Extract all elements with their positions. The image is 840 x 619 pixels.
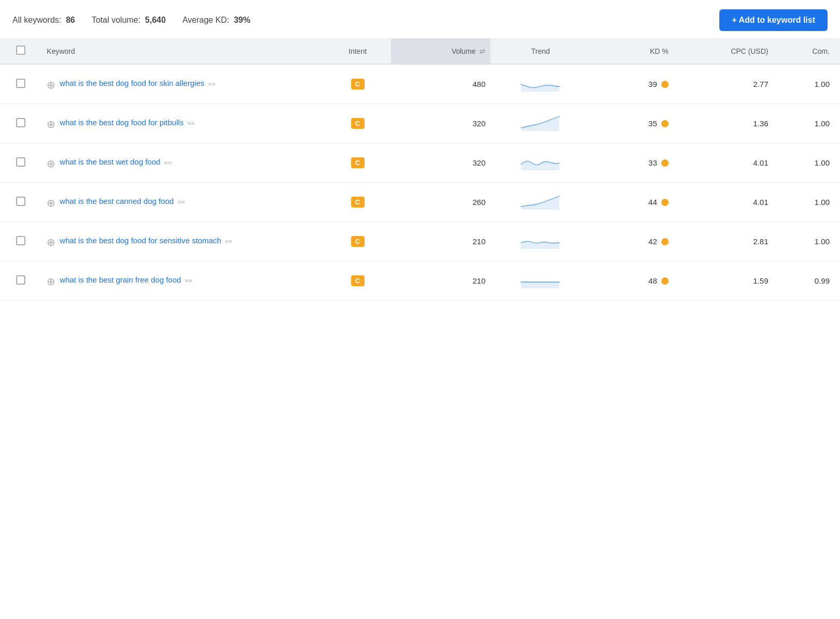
table-row: ⊕ what is the best wet dog food »» C 320… bbox=[0, 143, 840, 183]
row-com-cell: 1.00 bbox=[773, 104, 840, 143]
kd-dot-4 bbox=[661, 199, 669, 206]
row-cpc-cell: 1.59 bbox=[674, 261, 774, 301]
keyword-link-6[interactable]: what is the best grain free dog food »» bbox=[60, 274, 192, 285]
table-row: ⊕ what is the best canned dog food »» C … bbox=[0, 183, 840, 222]
row-com-cell: 0.99 bbox=[773, 261, 840, 301]
kd-dot-6 bbox=[661, 277, 669, 285]
row-cpc-cell: 4.01 bbox=[674, 143, 774, 183]
row-kd-cell: 39 bbox=[590, 64, 674, 104]
row-checkbox-5[interactable] bbox=[16, 236, 25, 245]
row-com-cell: 1.00 bbox=[773, 222, 840, 261]
intent-badge-3: C bbox=[351, 157, 365, 168]
header-trend: Trend bbox=[490, 38, 590, 64]
volume-sort-icon: ⇄ bbox=[480, 48, 485, 55]
keyword-link-4[interactable]: what is the best canned dog food »» bbox=[60, 196, 185, 207]
volume-label: Volume bbox=[452, 47, 476, 55]
kd-dot-5 bbox=[661, 238, 669, 245]
total-volume-value: 5,640 bbox=[145, 16, 166, 24]
row-checkbox-2[interactable] bbox=[16, 118, 25, 127]
chevron-double-icon: »» bbox=[185, 276, 192, 284]
top-bar: All keywords: 86 Total volume: 5,640 Ave… bbox=[0, 0, 840, 38]
intent-badge-6: C bbox=[351, 275, 365, 286]
table-body: ⊕ what is the best dog food for skin all… bbox=[0, 64, 840, 301]
row-cpc-cell: 1.36 bbox=[674, 104, 774, 143]
header-intent: Intent bbox=[324, 38, 390, 64]
header-cpc: CPC (USD) bbox=[674, 38, 774, 64]
intent-badge-4: C bbox=[351, 197, 365, 208]
row-volume-cell: 210 bbox=[391, 261, 491, 301]
row-volume-cell: 210 bbox=[391, 222, 491, 261]
header-keyword: Keyword bbox=[41, 38, 324, 64]
row-volume-cell: 320 bbox=[391, 143, 491, 183]
intent-badge-1: C bbox=[351, 79, 365, 90]
add-keyword-icon-1[interactable]: ⊕ bbox=[47, 79, 55, 91]
row-checkbox-6[interactable] bbox=[16, 275, 25, 285]
row-keyword-cell: ⊕ what is the best dog food for pitbulls… bbox=[41, 104, 324, 143]
add-keyword-icon-3[interactable]: ⊕ bbox=[47, 157, 55, 170]
row-checkbox-4[interactable] bbox=[16, 197, 25, 206]
header-volume[interactable]: Volume ⇄ bbox=[391, 38, 491, 64]
keywords-table: Keyword Intent Volume ⇄ Trend KD % CPC (… bbox=[0, 38, 840, 301]
header-checkbox-cell bbox=[0, 38, 41, 64]
row-checkbox-cell bbox=[0, 64, 41, 104]
add-keyword-icon-6[interactable]: ⊕ bbox=[47, 275, 55, 288]
chevron-double-icon: »» bbox=[225, 237, 232, 245]
total-volume-label: Total volume: bbox=[92, 16, 140, 24]
add-keyword-icon-4[interactable]: ⊕ bbox=[47, 197, 55, 209]
kd-value-3: 33 bbox=[648, 158, 657, 167]
row-checkbox-3[interactable] bbox=[16, 157, 25, 167]
table-row: ⊕ what is the best dog food for pitbulls… bbox=[0, 104, 840, 143]
row-volume-cell: 260 bbox=[391, 183, 491, 222]
row-trend-cell bbox=[490, 143, 590, 183]
kd-value-6: 48 bbox=[648, 276, 657, 285]
row-kd-cell: 33 bbox=[590, 143, 674, 183]
row-keyword-cell: ⊕ what is the best dog food for skin all… bbox=[41, 64, 324, 104]
row-kd-cell: 44 bbox=[590, 183, 674, 222]
avg-kd-stat: Average KD: 39% bbox=[182, 16, 250, 25]
kd-value-5: 42 bbox=[648, 237, 657, 246]
add-keyword-icon-2[interactable]: ⊕ bbox=[47, 118, 55, 130]
row-trend-cell bbox=[490, 64, 590, 104]
row-checkbox-cell bbox=[0, 222, 41, 261]
row-com-cell: 1.00 bbox=[773, 183, 840, 222]
table-row: ⊕ what is the best grain free dog food »… bbox=[0, 261, 840, 301]
row-cpc-cell: 2.81 bbox=[674, 222, 774, 261]
keyword-link-2[interactable]: what is the best dog food for pitbulls »… bbox=[60, 117, 195, 128]
row-intent-cell: C bbox=[324, 222, 390, 261]
row-volume-cell: 480 bbox=[391, 64, 491, 104]
chevron-double-icon: »» bbox=[178, 198, 185, 205]
row-intent-cell: C bbox=[324, 64, 390, 104]
row-trend-cell bbox=[490, 104, 590, 143]
intent-badge-5: C bbox=[351, 236, 365, 247]
table-row: ⊕ what is the best dog food for skin all… bbox=[0, 64, 840, 104]
row-trend-cell bbox=[490, 183, 590, 222]
chevron-double-icon: »» bbox=[164, 158, 171, 166]
keyword-link-5[interactable]: what is the best dog food for sensitive … bbox=[60, 235, 232, 246]
row-keyword-cell: ⊕ what is the best dog food for sensitiv… bbox=[41, 222, 324, 261]
keyword-link-3[interactable]: what is the best wet dog food »» bbox=[60, 156, 171, 167]
row-intent-cell: C bbox=[324, 104, 390, 143]
header-kd: KD % bbox=[590, 38, 674, 64]
row-cpc-cell: 4.01 bbox=[674, 183, 774, 222]
row-checkbox-cell bbox=[0, 104, 41, 143]
add-keyword-icon-5[interactable]: ⊕ bbox=[47, 236, 55, 248]
keywords-table-wrapper: Keyword Intent Volume ⇄ Trend KD % CPC (… bbox=[0, 38, 840, 301]
row-intent-cell: C bbox=[324, 143, 390, 183]
add-to-keyword-list-button[interactable]: + Add to keyword list bbox=[719, 9, 828, 31]
kd-dot-1 bbox=[661, 81, 669, 88]
kd-value-1: 39 bbox=[648, 80, 657, 89]
all-keywords-label: All keywords: bbox=[12, 16, 61, 24]
row-com-cell: 1.00 bbox=[773, 143, 840, 183]
row-keyword-cell: ⊕ what is the best grain free dog food »… bbox=[41, 261, 324, 301]
row-checkbox-cell bbox=[0, 261, 41, 301]
row-intent-cell: C bbox=[324, 261, 390, 301]
stats-bar: All keywords: 86 Total volume: 5,640 Ave… bbox=[12, 16, 250, 25]
kd-value-4: 44 bbox=[648, 198, 657, 207]
kd-dot-2 bbox=[661, 120, 669, 127]
row-checkbox-cell bbox=[0, 183, 41, 222]
keyword-link-1[interactable]: what is the best dog food for skin aller… bbox=[60, 78, 215, 89]
intent-badge-2: C bbox=[351, 118, 365, 129]
select-all-checkbox[interactable] bbox=[16, 46, 25, 55]
row-keyword-cell: ⊕ what is the best canned dog food »» bbox=[41, 183, 324, 222]
row-checkbox-1[interactable] bbox=[16, 79, 25, 88]
